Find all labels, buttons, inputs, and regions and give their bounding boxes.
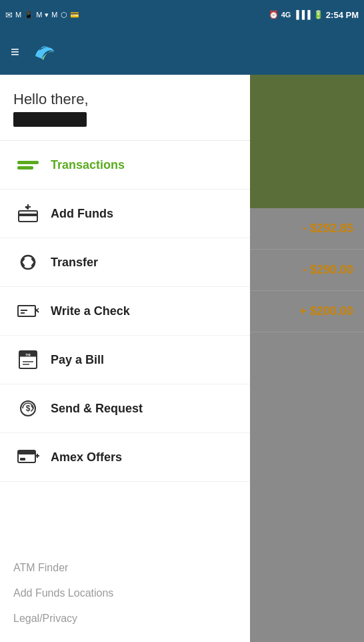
- signal-icon: ▐▐▐: [293, 10, 311, 19]
- transaction-amount-2: - $290.00: [303, 263, 353, 277]
- transaction-row-1: - $292.85: [250, 208, 364, 250]
- transfer-label: Transfer: [51, 256, 98, 270]
- email-icon: ✉: [5, 10, 13, 20]
- svg-rect-20: [20, 458, 25, 460]
- nav-item-amex-offers[interactable]: Amex Offers: [0, 433, 250, 482]
- hamburger-menu[interactable]: ≡: [11, 43, 19, 61]
- write-a-check-icon: [13, 299, 43, 323]
- status-icons-left: ✉ M 📱 M ▾ M ⬡ 💳: [5, 10, 79, 20]
- svg-rect-19: [18, 450, 35, 454]
- nav-item-transactions[interactable]: Transactions: [0, 141, 250, 190]
- greeting-text: Hello there,: [13, 91, 237, 108]
- phone-icon: 📱: [24, 11, 33, 19]
- transaction-row-2: - $290.00: [250, 250, 364, 291]
- nav-item-transfer[interactable]: Transfer: [0, 238, 250, 287]
- transaction-amount-1: - $292.85: [303, 222, 353, 236]
- nav-item-write-a-check[interactable]: Write a Check: [0, 287, 250, 336]
- wallet-icon: 💳: [70, 11, 79, 19]
- main-layout: Hello there, Transactions: [0, 75, 364, 642]
- nav-item-pay-a-bill[interactable]: 28 Pay a Bill: [0, 336, 250, 384]
- navigation-drawer: Hello there, Transactions: [0, 75, 250, 642]
- amex-offers-label: Amex Offers: [51, 450, 122, 464]
- alarm-icon: ⏰: [269, 10, 279, 19]
- wifi-icon: ▾: [45, 11, 49, 19]
- pay-a-bill-label: Pay a Bill: [51, 353, 104, 367]
- app-logo: [30, 37, 59, 67]
- transaction-amount-3: + $200.00: [299, 304, 353, 318]
- battery-icon: 🔋: [313, 10, 323, 19]
- background-content: - $292.85 - $290.00 + $200.00: [250, 75, 364, 642]
- atm-finder-item[interactable]: ATM Finder: [13, 555, 237, 581]
- nav-list: Transactions Add Funds: [0, 141, 250, 545]
- status-right: ⏰ 4G ▐▐▐ 🔋 2:54 PM: [269, 10, 359, 20]
- gmail-icon: M: [36, 11, 42, 19]
- transfer-icon: [13, 250, 43, 274]
- send-request-icon: $: [13, 396, 43, 420]
- nav-item-add-funds[interactable]: Add Funds: [0, 190, 250, 238]
- add-funds-locations-item[interactable]: Add Funds Locations: [13, 581, 237, 606]
- transactions-label: Transactions: [51, 158, 125, 172]
- app-header: ≡: [0, 29, 364, 75]
- drawer-header: Hello there,: [0, 75, 250, 141]
- add-funds-icon: [13, 202, 43, 226]
- amex-offers-icon: [13, 445, 43, 469]
- svg-text:$: $: [26, 404, 31, 413]
- bg-transactions-section: - $292.85 - $290.00 + $200.00: [250, 208, 364, 642]
- svg-text:28: 28: [25, 353, 31, 358]
- send-request-label: Send & Request: [51, 402, 143, 416]
- pay-a-bill-icon: 28: [13, 348, 43, 372]
- add-funds-label: Add Funds: [51, 207, 113, 221]
- legal-privacy-item[interactable]: Legal/Privacy: [13, 606, 237, 631]
- nav-item-send-request[interactable]: $ Send & Request: [0, 384, 250, 433]
- time-display: 2:54 PM: [326, 10, 359, 20]
- mail-icon2: M: [15, 11, 21, 19]
- serve-icon: ⬡: [61, 11, 67, 19]
- lte-icon: 4G: [281, 11, 291, 19]
- svg-rect-1: [19, 214, 37, 216]
- write-a-check-label: Write a Check: [51, 304, 130, 318]
- username-redacted: [13, 112, 87, 127]
- transactions-icon: [13, 153, 43, 177]
- mail-icon3: M: [51, 11, 57, 19]
- status-bar: ✉ M 📱 M ▾ M ⬡ 💳 ⏰ 4G ▐▐▐ 🔋 2:54 PM: [0, 0, 364, 29]
- bg-top-section: [250, 75, 364, 208]
- transaction-row-3: + $200.00: [250, 291, 364, 332]
- secondary-nav: ATM Finder Add Funds Locations Legal/Pri…: [0, 545, 250, 642]
